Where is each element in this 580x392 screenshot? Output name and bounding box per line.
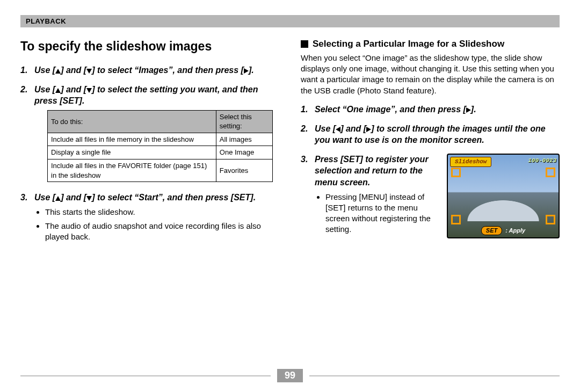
step-text-part: Use [	[34, 85, 55, 94]
up-arrow-icon	[55, 196, 61, 201]
left-steps: Use [] and [] to select “Images”, and th…	[20, 64, 279, 242]
subheading-text: Selecting a Particular Image for a Slide…	[313, 38, 504, 50]
page-number: 99	[277, 369, 303, 382]
left-step-2: Use [] and [] to select the setting you …	[20, 84, 279, 182]
table-header-row: To do this: Select this setting:	[48, 110, 273, 133]
step-text-part: ] to select “Images”, and then press [	[92, 66, 244, 75]
manual-page: Playback To specify the slideshow images…	[0, 0, 580, 392]
step-text-part: ] and [	[61, 66, 86, 75]
camera-screenshot: Slideshow 100-0023 SET : Apply	[447, 154, 560, 238]
step-text-part: ] to select “Start”, and then press [SET…	[92, 193, 256, 202]
focus-bracket-icon	[546, 215, 555, 224]
down-arrow-icon	[86, 88, 92, 93]
camera-topbar: Slideshow 100-0023	[450, 157, 556, 167]
up-arrow-icon	[55, 88, 61, 93]
step-text-part: ].	[471, 105, 476, 114]
step-text-part: ] and [	[61, 85, 86, 94]
step-text-part: Use [	[315, 124, 336, 133]
focus-bracket-icon	[451, 168, 461, 177]
step-text-part: ] and [	[340, 124, 366, 133]
table-row: Display a single file One Image	[48, 146, 273, 159]
up-arrow-icon	[55, 69, 61, 74]
page-title: To specify the slideshow images	[20, 38, 279, 55]
table-cell: Include all files in the FAVORITE folder…	[48, 159, 216, 182]
right-intro: When you select “One image” as the slide…	[301, 53, 560, 96]
step-text-part: ] and [	[61, 193, 86, 202]
right-arrow-icon	[466, 107, 471, 113]
table-cell: All images	[216, 133, 272, 146]
two-column-layout: To specify the slideshow images Use [] a…	[20, 34, 560, 250]
right-step-1: Select “One image”, and then press [].	[301, 104, 560, 115]
apply-label: : Apply	[505, 227, 525, 235]
table-cell: Display a single file	[48, 146, 216, 159]
left-step-1: Use [] and [] to select “Images”, and th…	[20, 64, 279, 76]
page-footer: 99	[20, 369, 560, 382]
section-header: Playback	[20, 15, 560, 27]
settings-table: To do this: Select this setting: Include…	[47, 110, 273, 182]
right-subheading: Selecting a Particular Image for a Slide…	[301, 38, 560, 50]
left-column: To specify the slideshow images Use [] a…	[20, 34, 281, 250]
bullet-item: This starts the slideshow.	[45, 207, 279, 217]
right-arrow-icon	[244, 68, 249, 74]
table-cell: One Image	[216, 146, 272, 159]
down-arrow-icon	[86, 69, 92, 74]
table-head-setting: Select this setting:	[216, 110, 272, 133]
left-step-3-bullets: This starts the slideshow. The audio of …	[35, 207, 279, 243]
right-step-3: Press [SET] to register your selection a…	[301, 154, 560, 238]
step-text-part: Use [	[34, 66, 55, 75]
right-step-2: Use [] and [] to scroll through the imag…	[301, 123, 560, 146]
image-id-label: 100-0023	[528, 157, 556, 167]
step-with-image: Press [SET] to register your selection a…	[315, 154, 560, 238]
focus-bracket-icon	[546, 168, 555, 177]
right-steps: Select “One image”, and then press []. U…	[301, 104, 560, 238]
table-row: Include all files in the FAVORITE folder…	[48, 159, 273, 182]
step-text-part: Use [	[34, 193, 55, 202]
table-head-action: To do this:	[48, 110, 216, 133]
right-column: Selecting a Particular Image for a Slide…	[299, 34, 560, 250]
step-text-column: Press [SET] to register your selection a…	[315, 154, 440, 238]
slideshow-label: Slideshow	[450, 157, 491, 167]
left-step-3: Use [] and [] to select “Start”, and the…	[20, 192, 279, 242]
table-cell: Include all files in file memory in the …	[48, 133, 216, 146]
step-text: Press [SET] to register your selection a…	[315, 155, 429, 187]
right-arrow-icon	[366, 127, 371, 132]
focus-bracket-icon	[451, 215, 461, 224]
bullet-item: The audio of audio snapshot and voice re…	[45, 221, 279, 243]
step-text-part: ].	[249, 66, 254, 75]
footer-rule	[309, 375, 560, 376]
table-cell: Favorites	[216, 159, 272, 182]
square-bullet-icon	[301, 40, 308, 48]
left-arrow-icon	[336, 127, 340, 132]
set-pill-label: SET	[481, 226, 502, 235]
down-arrow-icon	[86, 196, 92, 201]
right-step-3-bullets: Pressing [MENU] instead of [SET] returns…	[316, 192, 440, 235]
step-text-part: Select “One image”, and then press [	[315, 105, 466, 114]
camera-apply-bar: SET : Apply	[481, 226, 525, 235]
bullet-item: Pressing [MENU] instead of [SET] returns…	[325, 192, 440, 235]
footer-rule	[20, 375, 271, 376]
table-row: Include all files in file memory in the …	[48, 133, 273, 146]
